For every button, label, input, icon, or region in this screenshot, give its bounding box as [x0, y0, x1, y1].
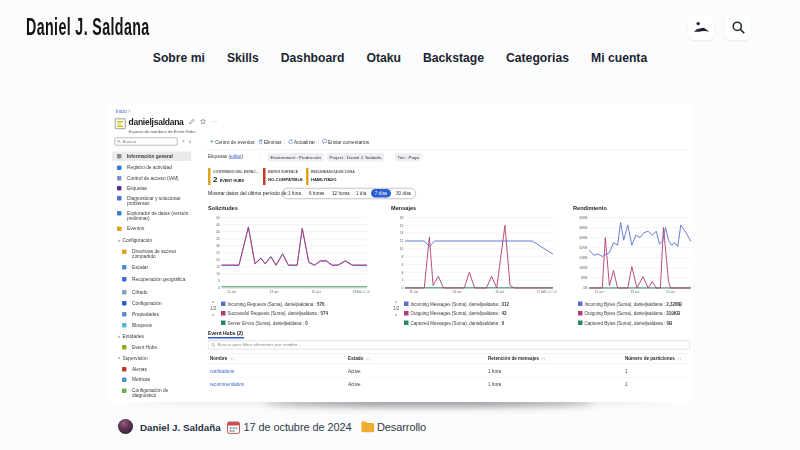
- svg-text:8KB: 8KB: [581, 276, 588, 280]
- svg-text:40KB: 40KB: [579, 235, 588, 239]
- svg-text:4: 4: [402, 270, 404, 274]
- svg-text:56KB: 56KB: [579, 215, 588, 219]
- svg-text:8: 8: [402, 254, 404, 258]
- svg-text:13 oct: 13 oct: [269, 290, 278, 294]
- svg-text:15 oct: 15 oct: [495, 290, 504, 294]
- svg-text:11 oct: 11 oct: [595, 290, 604, 294]
- svg-text:30: 30: [216, 243, 220, 247]
- svg-text:15 oct: 15 oct: [312, 290, 321, 294]
- svg-text:15 oct: 15 oct: [666, 290, 675, 294]
- svg-text:48KB: 48KB: [579, 225, 588, 229]
- svg-text:6: 6: [402, 262, 404, 266]
- svg-text:UTC+02:00: UTC+02:00: [542, 290, 557, 294]
- svg-text:18: 18: [400, 215, 404, 219]
- svg-text:13 oct: 13 oct: [452, 290, 461, 294]
- svg-text:40: 40: [216, 229, 220, 233]
- svg-text:0: 0: [218, 286, 220, 290]
- svg-text:14: 14: [400, 231, 404, 235]
- svg-text:5: 5: [218, 279, 220, 283]
- svg-text:10: 10: [216, 272, 220, 276]
- svg-text:UTC+02:00: UTC+02:00: [355, 290, 370, 294]
- svg-text:45: 45: [216, 222, 220, 226]
- svg-text:12: 12: [400, 239, 404, 243]
- svg-text:2: 2: [402, 278, 404, 282]
- svg-text:13 oct: 13 oct: [630, 290, 639, 294]
- svg-text:16KB: 16KB: [579, 266, 588, 270]
- svg-text:25: 25: [216, 250, 220, 254]
- svg-text:50: 50: [216, 215, 220, 219]
- svg-text:24KB: 24KB: [579, 256, 588, 260]
- svg-text:32KB: 32KB: [579, 245, 588, 249]
- svg-text:11 oct: 11 oct: [410, 290, 419, 294]
- svg-text:16: 16: [400, 223, 404, 227]
- svg-text:0: 0: [402, 286, 404, 290]
- svg-text:10: 10: [400, 247, 404, 251]
- svg-text:15: 15: [216, 265, 220, 269]
- svg-text:20: 20: [216, 258, 220, 262]
- svg-text:35: 35: [216, 236, 220, 240]
- svg-text:0B: 0B: [583, 286, 588, 290]
- svg-text:11 oct: 11 oct: [227, 290, 236, 294]
